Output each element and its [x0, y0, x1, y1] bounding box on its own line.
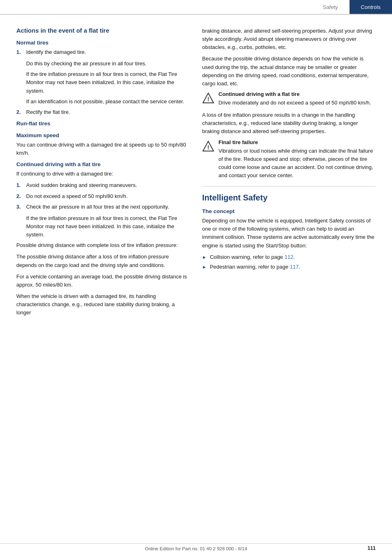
- page-link-117[interactable]: 117: [290, 264, 299, 270]
- warning-2-title: Final tire failure: [218, 139, 376, 145]
- normal-tires-heading: Normal tires: [16, 40, 190, 46]
- page-header: Safety Controls: [0, 0, 392, 15]
- main-content: Actions in the event of a flat tire Norm…: [0, 15, 392, 336]
- page-footer: Online Edition for Part no. 01 40 2 928 …: [0, 543, 392, 551]
- header-tabs: Safety Controls: [312, 0, 392, 14]
- sub-para-2: If the tire inflation pressure in all fo…: [26, 70, 190, 95]
- possible-distance-p4: When the vehicle is driven with a damage…: [16, 292, 190, 317]
- max-speed-text: You can continue driving with a damaged …: [16, 141, 190, 157]
- warning-icon-1: !: [202, 92, 214, 104]
- warning-2-text: Vibrations or loud noises while driving …: [218, 147, 376, 180]
- arrow-item-2: Pedestrian warning, refer to page 117.: [210, 263, 300, 271]
- warning-icon-2: !: [202, 140, 214, 152]
- concept-heading: The concept: [202, 208, 376, 214]
- continued-text1: braking distance, and altered self-steer…: [202, 27, 376, 51]
- loss-text: A loss of tire inflation pressure result…: [202, 111, 376, 136]
- continued-driving-heading: Continued driving with a flat tire: [16, 161, 190, 167]
- right-column: braking distance, and altered self-steer…: [202, 27, 376, 320]
- tab-safety[interactable]: Safety: [312, 0, 350, 14]
- concept-text: Depending on how the vehicle is equipped…: [202, 217, 376, 250]
- sub-para-1: Do this by checking the air pressure in …: [26, 60, 190, 68]
- left-column: Actions in the event of a flat tire Norm…: [16, 27, 190, 320]
- section-divider: [202, 186, 376, 187]
- page-link-112[interactable]: 112: [285, 254, 294, 260]
- possible-distance-p2: The possible driving distance after a lo…: [16, 253, 190, 269]
- sub-para-3: If an identification is not possible, pl…: [26, 98, 190, 106]
- warning-2-content: Final tire failure Vibrations or loud no…: [218, 139, 376, 180]
- list-item: ► Pedestrian warning, refer to page 117.: [202, 263, 376, 271]
- warning-box-2: ! Final tire failure Vibrations or loud …: [202, 139, 376, 180]
- tab-controls[interactable]: Controls: [350, 0, 392, 14]
- run-flat-heading: Run-flat tires: [16, 120, 190, 127]
- warning-1-text: Drive moderately and do not exceed a spe…: [218, 99, 376, 107]
- svg-text:!: !: [207, 96, 209, 102]
- tab-safety-label: Safety: [323, 4, 338, 10]
- warning-box-1: ! Continued driving with a flat tire Dri…: [202, 91, 376, 107]
- max-speed-heading: Maximum speed: [16, 132, 190, 138]
- svg-text:!: !: [207, 144, 209, 151]
- list-item: 3. Check the air pressure in all four ti…: [16, 203, 190, 211]
- page-number: 111: [368, 545, 376, 551]
- main-title: Actions in the event of a flat tire: [16, 27, 190, 34]
- list-item: 1. Identify the damaged tire.: [16, 48, 190, 56]
- list-item: 2. Rectify the flat tire.: [16, 108, 190, 116]
- list-item: 1. Avoid sudden braking and steering man…: [16, 181, 190, 189]
- footer-text: Online Edition for Part no. 01 40 2 928 …: [145, 546, 247, 551]
- continued-driving-list: 1. Avoid sudden braking and steering man…: [16, 181, 190, 211]
- tab-controls-label: Controls: [361, 4, 381, 10]
- arrow-icon: ►: [202, 254, 207, 261]
- arrow-icon: ►: [202, 264, 207, 271]
- list-item: ► Collision warning, refer to page 112.: [202, 253, 376, 261]
- list-item: 2. Do not exceed a speed of 50 mph/80 km…: [16, 192, 190, 200]
- possible-distance-p1: Possible driving distance with complete …: [16, 241, 190, 249]
- intelligent-safety-title: Intelligent Safety: [202, 193, 376, 202]
- possible-distance-p3: For a vehicle containing an average load…: [16, 273, 190, 289]
- normal-tires-list: 1. Identify the damaged tire.: [16, 48, 190, 56]
- arrow-list: ► Collision warning, refer to page 112. …: [202, 253, 376, 271]
- continued-driving-intro: If continuing to drive with a damaged ti…: [16, 170, 190, 178]
- warning-1-title: Continued driving with a flat tire: [218, 91, 376, 97]
- normal-tires-list-2: 2. Rectify the flat tire.: [16, 108, 190, 116]
- continued-text2: Because the possible driving distance de…: [202, 55, 376, 88]
- arrow-item-1: Collision warning, refer to page 112.: [210, 253, 295, 261]
- warning-1-content: Continued driving with a flat tire Drive…: [218, 91, 376, 107]
- continued-driving-sub: If the tire inflation pressure in all fo…: [26, 214, 190, 239]
